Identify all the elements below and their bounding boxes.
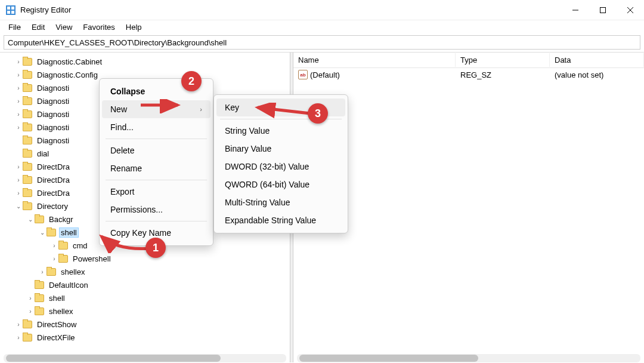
menu-favorites[interactable]: Favorites xyxy=(78,21,119,33)
folder-icon xyxy=(23,58,32,66)
context1-item[interactable]: Permissions... xyxy=(100,201,213,219)
chevron-down-icon[interactable]: ⌄ xyxy=(14,203,23,210)
tree-item-label: Diagnosti xyxy=(35,83,71,93)
folder-icon xyxy=(23,71,32,79)
chevron-right-icon[interactable]: › xyxy=(26,295,35,302)
tree-item[interactable]: ›shell xyxy=(2,291,290,304)
tree-item-label: Diagnostic.Cabinet xyxy=(35,57,104,67)
folder-icon xyxy=(47,268,56,276)
chevron-right-icon[interactable]: › xyxy=(14,164,23,170)
chevron-right-icon[interactable]: › xyxy=(14,190,23,196)
context2-item-label: QWORD (64-bit) Value xyxy=(225,180,309,189)
context1-item[interactable]: Rename xyxy=(100,159,213,177)
context1-item-label: Collapse xyxy=(110,87,145,96)
titlebar: Registry Editor xyxy=(0,0,644,20)
folder-icon xyxy=(35,216,44,223)
menu-separator xyxy=(106,139,207,139)
chevron-right-icon: › xyxy=(26,282,35,288)
chevron-right-icon: › xyxy=(200,106,202,113)
folder-icon xyxy=(23,97,32,105)
list-hscroll-thumb[interactable] xyxy=(299,355,478,362)
window-title: Registry Editor xyxy=(20,5,71,14)
folder-icon xyxy=(23,110,32,118)
tree-item-label: DirectDra xyxy=(35,162,72,172)
context2-item[interactable]: QWORD (64-bit) Value xyxy=(214,176,348,193)
context1-item[interactable]: Delete xyxy=(100,141,213,159)
chevron-right-icon[interactable]: › xyxy=(50,242,58,249)
chevron-down-icon[interactable]: ⌄ xyxy=(26,216,35,223)
chevron-right-icon[interactable]: › xyxy=(14,177,23,183)
chevron-right-icon[interactable]: › xyxy=(14,59,23,65)
menu-file[interactable]: File xyxy=(4,21,26,33)
tree-item[interactable]: ›DirectXFile xyxy=(2,331,290,344)
col-header-data[interactable]: Data xyxy=(550,53,644,67)
context2-item-label: Multi-String Value xyxy=(225,198,290,207)
context1-item-label: Export xyxy=(110,187,134,196)
context1-item[interactable]: Find... xyxy=(100,118,213,136)
chevron-right-icon[interactable]: › xyxy=(14,111,23,118)
string-value-icon: ab xyxy=(298,70,308,79)
list-hscrollbar[interactable] xyxy=(297,354,640,362)
maximize-button[interactable] xyxy=(589,0,617,20)
chevron-down-icon[interactable]: ⌄ xyxy=(38,229,47,236)
tree-item-label: Diagnosti xyxy=(35,122,71,133)
col-header-type[interactable]: Type xyxy=(456,53,550,67)
folder-icon xyxy=(58,242,68,250)
menu-edit[interactable]: Edit xyxy=(27,21,49,33)
tree-item-label: Diagnostic.Config xyxy=(35,70,100,80)
folder-icon xyxy=(23,124,32,131)
chevron-right-icon[interactable]: › xyxy=(14,124,23,131)
close-button[interactable] xyxy=(617,0,644,20)
tree-hscroll-thumb[interactable] xyxy=(6,355,221,362)
list-row[interactable]: ab(Default)REG_SZ(value not set) xyxy=(293,68,644,81)
folder-icon xyxy=(23,137,32,144)
context1-item-label: Rename xyxy=(110,164,142,173)
chevron-right-icon[interactable]: › xyxy=(14,334,23,341)
context2-item-label: Expandable String Value xyxy=(225,216,316,225)
chevron-right-icon[interactable]: › xyxy=(14,72,23,78)
chevron-right-icon[interactable]: › xyxy=(26,308,35,315)
minimize-button[interactable] xyxy=(562,0,589,20)
tree-hscrollbar[interactable] xyxy=(4,354,286,362)
svg-rect-5 xyxy=(600,7,606,13)
col-header-name[interactable]: Name xyxy=(293,53,456,67)
context2-item[interactable]: Multi-String Value xyxy=(214,193,348,211)
chevron-right-icon[interactable]: › xyxy=(14,85,23,91)
menu-help[interactable]: Help xyxy=(121,21,147,33)
tree-item[interactable]: ›DirectShow xyxy=(2,318,290,331)
tree-item[interactable]: ›shellex xyxy=(2,304,290,318)
context1-item[interactable]: Export xyxy=(100,183,213,201)
folder-icon xyxy=(35,281,44,289)
chevron-right-icon[interactable]: › xyxy=(14,321,23,328)
address-bar[interactable]: Computer\HKEY_CLASSES_ROOT\Directory\Bac… xyxy=(4,35,640,50)
chevron-right-icon[interactable]: › xyxy=(38,269,47,275)
window-controls xyxy=(562,0,644,20)
tree-item-label: Diagnosti xyxy=(35,136,71,146)
folder-icon xyxy=(58,255,68,263)
folder-icon xyxy=(35,307,44,315)
menu-separator xyxy=(106,221,207,222)
context2-item[interactable]: DWORD (32-bit) Value xyxy=(214,158,348,176)
tree-item[interactable]: ›Diagnostic.Cabinet xyxy=(2,55,290,68)
annotation-1: 1 xyxy=(145,238,166,258)
address-text: Computer\HKEY_CLASSES_ROOT\Directory\Bac… xyxy=(8,38,227,47)
chevron-right-icon[interactable]: › xyxy=(50,256,58,262)
tree-item-label: shell xyxy=(47,293,67,303)
tree-item[interactable]: ›Powershell xyxy=(2,252,290,265)
folder-icon xyxy=(23,176,32,184)
context2-item[interactable]: Expandable String Value xyxy=(214,211,348,229)
context2-item[interactable]: String Value xyxy=(214,122,348,140)
folder-icon xyxy=(23,163,32,171)
tree-item[interactable]: ›shellex xyxy=(2,265,290,278)
tree-item[interactable]: ›DefaultIcon xyxy=(2,278,290,291)
tree-item-label: DefaultIcon xyxy=(47,280,90,290)
tree-item-label: Diagnosti xyxy=(35,109,71,119)
chevron-right-icon: › xyxy=(14,137,23,144)
menu-view[interactable]: View xyxy=(51,21,77,33)
value-type: REG_SZ xyxy=(456,69,550,81)
context1-item-label: Find... xyxy=(110,122,134,132)
list-header: Name Type Data xyxy=(293,53,644,68)
tree-item-label: shellex xyxy=(47,306,75,316)
context2-item[interactable]: Binary Value xyxy=(214,140,348,158)
chevron-right-icon[interactable]: › xyxy=(14,98,23,104)
